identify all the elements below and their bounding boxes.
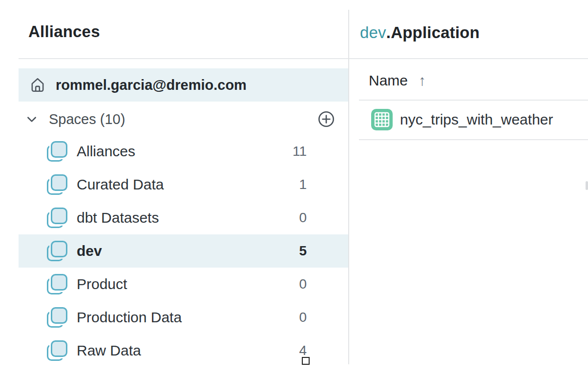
main-panel: dev.Application Name ↑ nyc_trips_with_we… xyxy=(349,0,588,376)
space-row-label: dbt Datasets xyxy=(77,209,273,226)
spaces-section-header[interactable]: Spaces (10) xyxy=(19,103,348,136)
home-icon xyxy=(29,77,46,93)
space-icon xyxy=(46,140,68,163)
name-column-label: Name xyxy=(369,72,408,89)
space-row-count: 11 xyxy=(273,144,307,159)
chevron-down-icon[interactable] xyxy=(25,113,38,125)
space-row-dbt-datasets[interactable]: dbt Datasets 0 xyxy=(19,201,348,234)
space-row-count: 0 xyxy=(273,210,307,226)
home-user-label: rommel.garcia@dremio.com xyxy=(56,77,247,93)
space-row-product[interactable]: Product 0 xyxy=(19,268,348,301)
space-icon xyxy=(46,207,68,229)
space-row-label: Curated Data xyxy=(77,176,273,193)
space-row-label: Production Data xyxy=(77,309,273,326)
sort-ascending-icon: ↑ xyxy=(419,72,426,89)
space-row-count: 4 xyxy=(273,343,307,358)
breadcrumb-separator: . xyxy=(386,23,391,42)
main-header-divider xyxy=(349,58,588,59)
space-row-production-data[interactable]: Production Data 0 xyxy=(19,301,348,334)
dataset-row[interactable]: nyc_trips_with_weather xyxy=(359,100,588,139)
breadcrumb-current: Application xyxy=(391,23,480,42)
space-row-label: Alliances xyxy=(77,143,273,160)
sidebar-header-divider xyxy=(19,58,348,59)
space-icon xyxy=(46,306,68,329)
space-row-label: Raw Data xyxy=(77,342,273,359)
space-row-count: 0 xyxy=(273,276,307,292)
spaces-section-label: Spaces (10) xyxy=(49,111,125,127)
table-grid-icon xyxy=(371,109,393,130)
breadcrumb-space-link[interactable]: dev xyxy=(360,23,386,42)
space-row-raw-data[interactable]: Raw Data 4 xyxy=(19,334,348,367)
name-column-header[interactable]: Name ↑ xyxy=(369,72,426,89)
plus-circle-icon[interactable] xyxy=(317,110,335,128)
table-row-divider xyxy=(359,139,588,140)
space-row-alliances[interactable]: Alliances 11 xyxy=(19,135,348,168)
scrollbar-thumb[interactable] xyxy=(586,181,588,190)
space-row-label: Product xyxy=(77,276,273,292)
space-icon xyxy=(46,339,68,362)
space-row-dev[interactable]: dev 5 xyxy=(19,234,348,268)
cursor-artifact-square xyxy=(302,357,310,365)
sidebar-title: Alliances xyxy=(28,22,100,41)
home-user-row[interactable]: rommel.garcia@dremio.com xyxy=(19,68,348,102)
space-row-count: 0 xyxy=(273,310,307,325)
space-row-curated-data[interactable]: Curated Data 1 xyxy=(19,168,348,201)
space-row-count: 1 xyxy=(273,177,307,192)
breadcrumb: dev.Application xyxy=(360,23,480,42)
sidebar-panel: Alliances rommel.garcia@dremio.com Space… xyxy=(0,0,348,376)
space-icon xyxy=(46,240,68,262)
space-row-count: 5 xyxy=(273,243,307,259)
space-icon xyxy=(46,273,68,295)
dataset-name: nyc_trips_with_weather xyxy=(400,111,553,128)
space-icon xyxy=(46,173,68,196)
space-row-label: dev xyxy=(77,243,273,259)
